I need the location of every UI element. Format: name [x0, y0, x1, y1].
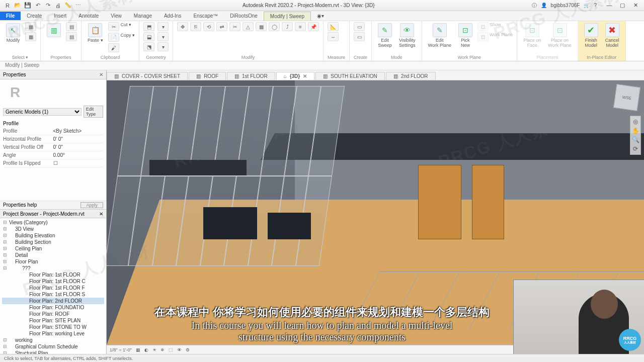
properties-close-icon[interactable]: ✕: [99, 72, 103, 77]
door2: [472, 165, 504, 239]
menu-modify-sweep[interactable]: Modify | Sweep: [264, 12, 311, 21]
properties-button[interactable]: ▥: [45, 22, 63, 38]
pan-icon[interactable]: ✋: [631, 127, 639, 134]
select-opt-icon[interactable]: ▦: [25, 22, 36, 31]
view-cube[interactable]: WSE: [613, 84, 640, 111]
tab-2nd-floor[interactable]: ▥2nd FLOOR: [386, 72, 436, 80]
pick-new-button[interactable]: ⊡Pick New: [456, 22, 474, 49]
redo-icon[interactable]: ↷: [44, 2, 51, 9]
modify-button[interactable]: ↖Modify: [4, 22, 22, 44]
menu-addins[interactable]: Add-Ins: [158, 12, 187, 20]
menu-annotate[interactable]: Annotate: [72, 12, 105, 20]
print-icon[interactable]: 🖨: [54, 2, 61, 9]
category-select[interactable]: Generic Models (1): [3, 108, 82, 116]
tab-cover[interactable]: ▥COVER - COVER SHEET: [107, 72, 188, 80]
type-prop-icon[interactable]: ▤: [66, 22, 77, 31]
move-icon[interactable]: ✥: [177, 22, 188, 31]
tab-close-icon[interactable]: ✕: [303, 73, 307, 79]
paste-button[interactable]: 📋Paste ▾: [86, 22, 105, 44]
panel-properties: ▥ ▤▤ Properties: [41, 21, 82, 61]
cancel-model-button[interactable]: ✖Cancel Model: [603, 22, 621, 49]
sofa: [203, 207, 257, 239]
visibility-settings-button[interactable]: 👁Visibility Settings: [397, 22, 418, 49]
menu-diroots[interactable]: DiRootsOne: [224, 12, 263, 20]
cart-icon[interactable]: 🛒: [584, 3, 590, 8]
crop-icon[interactable]: ⬚: [169, 347, 173, 352]
joingeom-icon[interactable]: ⬔: [143, 42, 154, 51]
copytool-icon[interactable]: ⎘: [190, 22, 201, 31]
scale-icon[interactable]: ◯: [269, 22, 280, 31]
menu-enscape[interactable]: Enscape™: [187, 12, 224, 20]
project-browser-tree[interactable]: Views (Category) 3D View Building Elevat…: [0, 218, 106, 354]
minimize-button[interactable]: —: [604, 2, 615, 9]
cutgeom-icon[interactable]: ⬓: [143, 32, 154, 41]
tab-roof[interactable]: ▥ROOF: [189, 72, 226, 80]
copy-icon[interactable]: 📄: [108, 33, 119, 42]
cut-icon[interactable]: ✂: [108, 22, 119, 31]
save-icon[interactable]: 💾: [24, 2, 31, 9]
window-title: Autodesk Revit 2020.2 - Project-Modern.r…: [86, 3, 532, 8]
maximize-button[interactable]: ▢: [617, 2, 628, 9]
chair: [268, 213, 310, 239]
measure-between-icon[interactable]: ↔: [328, 32, 339, 41]
measure-icon[interactable]: 📏: [64, 2, 71, 9]
panel-workplane: ✎Edit Work Plane ⊡Pick New ⊡Show ⊡Work P…: [422, 21, 518, 61]
tree-views[interactable]: Views (Category): [2, 219, 104, 226]
match-icon[interactable]: 🖌: [108, 43, 119, 52]
trim-icon[interactable]: ✂: [229, 22, 240, 31]
table: [149, 160, 246, 176]
menu-manage[interactable]: Manage: [128, 12, 158, 20]
edit-sweep-button[interactable]: ✎Edit Sweep: [376, 22, 394, 49]
steering-wheel-icon[interactable]: ◎: [631, 118, 639, 125]
pin-icon[interactable]: 📌: [308, 22, 319, 31]
rotate-icon[interactable]: ⟲: [203, 22, 214, 31]
orbit-icon[interactable]: ⟳: [631, 145, 639, 152]
menu-view[interactable]: View: [105, 12, 128, 20]
cope-icon[interactable]: ⬒: [143, 22, 154, 31]
create2-icon[interactable]: ▭: [354, 32, 365, 41]
detail-level-icon[interactable]: ▦: [136, 347, 140, 352]
place-wp-button: ⊡Place on Work Plane: [546, 22, 573, 49]
align-icon[interactable]: ≡: [295, 22, 306, 31]
tab-south-elevation[interactable]: ▥SOUTH ELEVATION: [315, 72, 384, 80]
scale-label[interactable]: 1/8" = 1'-0": [110, 347, 132, 352]
app-icon[interactable]: R: [4, 2, 11, 9]
file-menu[interactable]: File: [0, 12, 21, 20]
menu-insert[interactable]: Insert: [48, 12, 72, 20]
tab-1st-floor[interactable]: ▥1st FLOOR: [227, 72, 275, 80]
qat-more-icon[interactable]: ⋯: [74, 2, 82, 9]
create1-icon[interactable]: ▭: [354, 22, 365, 31]
hide-isolate-icon[interactable]: 👁: [177, 347, 182, 352]
help-icon[interactable]: ?: [594, 3, 597, 8]
apply-button[interactable]: Apply: [80, 202, 103, 208]
reveal-icon[interactable]: ⚙: [186, 347, 190, 352]
finish-model-button[interactable]: ✔Finish Model: [582, 22, 600, 49]
sun-path-icon[interactable]: ☀: [152, 347, 156, 352]
family-prop-icon[interactable]: ▤: [66, 32, 77, 41]
tab-3d[interactable]: ⌂{3D}✕: [276, 72, 315, 80]
edit-workplane-button[interactable]: ✎Edit Work Plane: [426, 22, 453, 49]
project-browser-close-icon[interactable]: ✕: [99, 211, 103, 217]
open-icon[interactable]: 📂: [14, 2, 21, 9]
visual-style-icon[interactable]: ◐: [144, 347, 148, 352]
menu-extra[interactable]: ◉▾: [311, 12, 330, 20]
undo-icon[interactable]: ↶: [34, 2, 41, 9]
select-opt2-icon[interactable]: ▦: [25, 32, 36, 41]
close-button[interactable]: ✕: [630, 2, 641, 9]
offset-icon[interactable]: ⤴: [282, 22, 293, 31]
webcam-room: RRCG人人素材: [514, 280, 644, 354]
edit-type-button[interactable]: Edit Type: [84, 106, 103, 118]
info-icon[interactable]: ⓘ: [532, 2, 537, 9]
navigation-bar[interactable]: ◎ ✋ 🔍 ⟳: [630, 116, 641, 155]
place-face-button: ⊡Place on Face: [521, 22, 543, 49]
mirror-icon[interactable]: ⇄: [216, 22, 227, 31]
shadows-icon[interactable]: ❄: [160, 347, 165, 352]
panel-measure: 📐↔ Measure: [324, 21, 350, 61]
array-icon[interactable]: ▦: [256, 22, 267, 31]
aligned-dim-icon[interactable]: 📐: [328, 22, 339, 31]
menu-create[interactable]: Create: [21, 12, 48, 20]
ribbon: ↖Modify ▦▦ Select ▾ ▥ ▤▤ Properties 📋Pas…: [0, 21, 644, 61]
split-icon[interactable]: △: [243, 22, 254, 31]
user-icon[interactable]: 👤: [541, 3, 547, 8]
zoom-icon[interactable]: 🔍: [631, 136, 639, 143]
